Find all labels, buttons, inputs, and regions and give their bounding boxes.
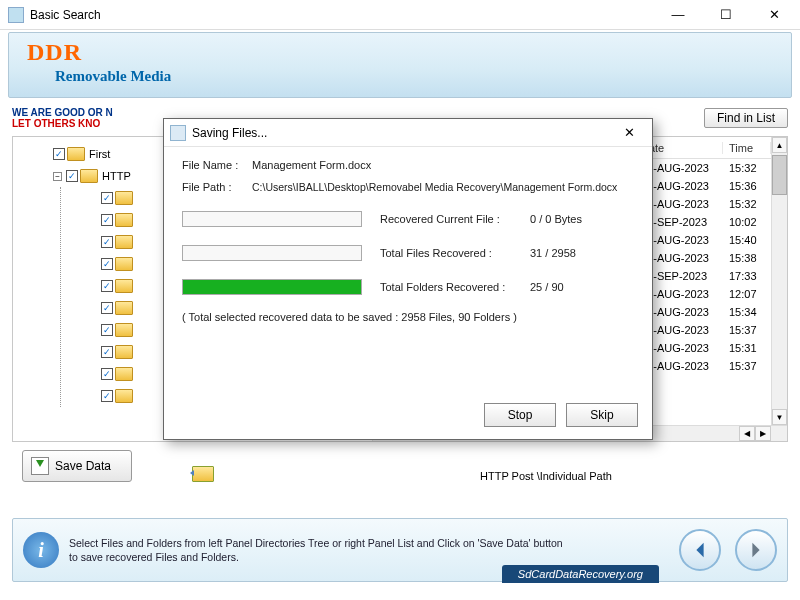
folder-icon xyxy=(115,279,133,293)
cell-time: 17:33 xyxy=(723,270,771,282)
progress-files-label: Total Files Recovered : xyxy=(380,247,530,259)
find-in-list-button[interactable]: Find in List xyxy=(704,108,788,128)
app-banner: DDR Removable Media xyxy=(8,32,792,98)
stop-button[interactable]: Stop xyxy=(484,403,556,427)
cell-time: 15:36 xyxy=(723,180,771,192)
window-title: Basic Search xyxy=(30,8,660,22)
cell-time: 15:37 xyxy=(723,324,771,336)
vertical-scrollbar[interactable]: ▲ ▼ xyxy=(771,137,787,441)
slogan-line1: WE ARE GOOD OR N xyxy=(12,107,113,118)
folder-icon xyxy=(115,191,133,205)
footer-bar: i Select Files and Folders from left Pan… xyxy=(12,518,788,582)
nav-forward-button[interactable] xyxy=(735,529,777,571)
file-name-value: Management Form.docx xyxy=(252,159,371,171)
scroll-up-icon[interactable]: ▲ xyxy=(772,137,787,153)
checkbox-icon[interactable]: ✓ xyxy=(101,280,113,292)
cell-time: 12:07 xyxy=(723,288,771,300)
window-titlebar: Basic Search — ☐ ✕ xyxy=(0,0,800,30)
checkbox-icon[interactable]: ✓ xyxy=(101,214,113,226)
checkbox-icon[interactable]: ✓ xyxy=(101,368,113,380)
file-path-value: C:\Users\IBALL\Desktop\Removabel Media R… xyxy=(252,181,617,193)
minimize-button[interactable]: — xyxy=(660,3,696,27)
file-path-label: File Path : xyxy=(182,181,252,193)
dialog-title: Saving Files... xyxy=(192,126,612,140)
folder-icon xyxy=(115,213,133,227)
current-path: HTTP Post \Individual Path xyxy=(480,470,612,482)
checkbox-icon[interactable]: ✓ xyxy=(101,346,113,358)
folder-icon xyxy=(115,235,133,249)
column-time[interactable]: Time xyxy=(723,142,771,154)
folder-icon xyxy=(67,147,85,161)
cell-time: 15:32 xyxy=(723,162,771,174)
progress-total-files xyxy=(182,245,362,261)
cell-time: 15:38 xyxy=(723,252,771,264)
cell-time: 15:31 xyxy=(723,342,771,354)
cell-time: 15:37 xyxy=(723,360,771,372)
checkbox-icon[interactable]: ✓ xyxy=(101,324,113,336)
save-data-label: Save Data xyxy=(55,459,111,473)
scroll-thumb[interactable] xyxy=(772,155,787,195)
file-name-label: File Name : xyxy=(182,159,252,171)
app-icon xyxy=(8,7,24,23)
progress-current-value: 0 / 0 Bytes xyxy=(530,213,582,225)
checkbox-icon[interactable]: ✓ xyxy=(101,390,113,402)
checkbox-icon[interactable]: ✓ xyxy=(101,236,113,248)
folder-icon xyxy=(115,367,133,381)
progress-current-file xyxy=(182,211,362,227)
scroll-left-icon[interactable]: ◀ xyxy=(739,426,755,441)
brand-pill: SdCardDataRecovery.org xyxy=(502,565,659,583)
slogan: WE ARE GOOD OR N LET OTHERS KNO xyxy=(12,107,113,129)
folder-icon xyxy=(80,169,98,183)
maximize-button[interactable]: ☐ xyxy=(708,3,744,27)
cell-time: 15:34 xyxy=(723,306,771,318)
progress-files-value: 31 / 2958 xyxy=(530,247,576,259)
scroll-down-icon[interactable]: ▼ xyxy=(772,409,787,425)
tree-label: First xyxy=(89,148,110,160)
checkbox-icon[interactable]: ✓ xyxy=(101,302,113,314)
progress-total-folders xyxy=(182,279,362,295)
folder-icon xyxy=(115,323,133,337)
skip-button[interactable]: Skip xyxy=(566,403,638,427)
cell-time: 15:40 xyxy=(723,234,771,246)
tree-label: HTTP xyxy=(102,170,131,182)
checkbox-icon[interactable]: ✓ xyxy=(101,258,113,270)
folder-icon xyxy=(115,345,133,359)
folder-icon xyxy=(115,257,133,271)
progress-folders-label: Total Folders Recovered : xyxy=(380,281,530,293)
cell-time: 10:02 xyxy=(723,216,771,228)
save-data-button[interactable]: Save Data xyxy=(22,450,132,482)
slogan-line2: LET OTHERS KNO xyxy=(12,118,113,129)
dialog-icon xyxy=(170,125,186,141)
cell-time: 15:32 xyxy=(723,198,771,210)
dialog-titlebar: Saving Files... ✕ xyxy=(164,119,652,147)
collapse-icon[interactable]: − xyxy=(53,172,62,181)
nav-back-button[interactable] xyxy=(679,529,721,571)
checkbox-icon[interactable]: ✓ xyxy=(66,170,78,182)
folder-icon xyxy=(115,301,133,315)
close-button[interactable]: ✕ xyxy=(756,3,792,27)
scroll-right-icon[interactable]: ▶ xyxy=(755,426,771,441)
dialog-note: ( Total selected recovered data to be sa… xyxy=(182,311,634,323)
saving-files-dialog: Saving Files... ✕ File Name : Management… xyxy=(163,118,653,440)
checkbox-icon[interactable]: ✓ xyxy=(53,148,65,160)
progress-folders-value: 25 / 90 xyxy=(530,281,564,293)
download-icon xyxy=(31,457,49,475)
checkbox-icon[interactable]: ✓ xyxy=(101,192,113,204)
info-icon: i xyxy=(23,532,59,568)
footer-hint: Select Files and Folders from left Panel… xyxy=(69,536,569,564)
dialog-close-button[interactable]: ✕ xyxy=(612,122,646,144)
progress-current-label: Recovered Current File : xyxy=(380,213,530,225)
logo-text-bottom: Removable Media xyxy=(55,68,773,85)
logo-text-top: DDR xyxy=(27,39,773,66)
folder-icon xyxy=(115,389,133,403)
folder-icon[interactable] xyxy=(192,466,214,482)
